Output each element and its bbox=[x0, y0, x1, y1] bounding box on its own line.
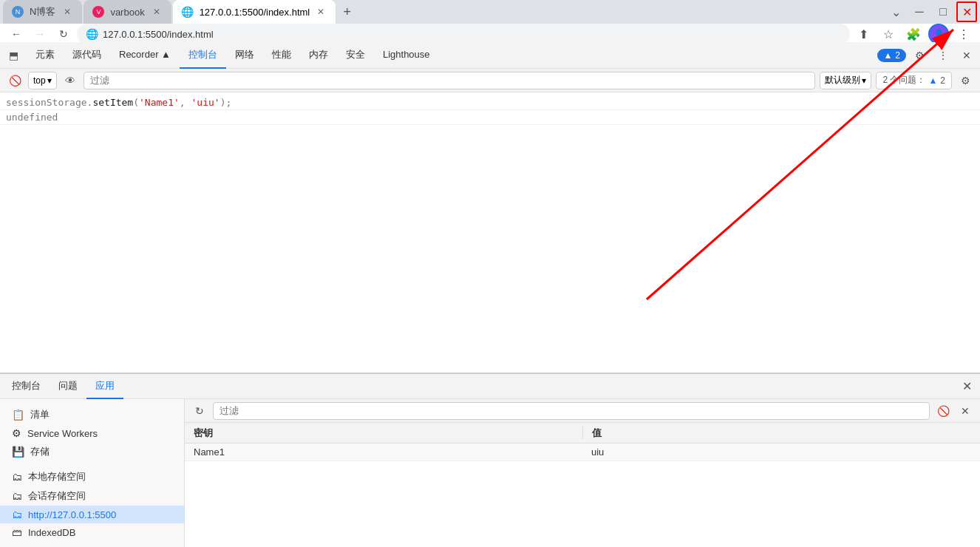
sidebar-item-storage[interactable]: 💾 存储 bbox=[0, 442, 184, 461]
service-workers-icon: ⚙ bbox=[12, 427, 21, 439]
console-undefined-line: undefined bbox=[0, 110, 980, 125]
level-dropdown-icon: ▾ bbox=[862, 75, 866, 86]
sidebar-item-manifest[interactable]: 📋 清单 bbox=[0, 405, 184, 424]
sidebar-storage-label: 存储 bbox=[30, 445, 50, 458]
app-delete-button[interactable]: ✕ bbox=[956, 402, 974, 420]
maximize-icon[interactable]: □ bbox=[933, 1, 953, 22]
td-value-0: uiu bbox=[582, 444, 980, 461]
app-sidebar: 📋 清单 ⚙ Service Workers 💾 存储 🗂 本地存储空间 bbox=[0, 399, 185, 547]
console-filter-input[interactable] bbox=[84, 72, 816, 89]
console-content: sessionStorage.setItem('Name1', 'uiu'); … bbox=[0, 92, 980, 373]
sidebar-item-session-storage[interactable]: 🗂 会话存储空间 bbox=[0, 486, 184, 506]
bottom-tab-issues[interactable]: 问题 bbox=[50, 374, 86, 399]
nav-bar-right: ⬆ ☆ 🧩 👤 ⋮ bbox=[853, 24, 974, 44]
console-settings-icon[interactable]: ⚙ bbox=[956, 72, 974, 89]
new-tab-button[interactable]: + bbox=[337, 1, 358, 22]
bottom-tab-console[interactable]: 控制台 bbox=[3, 374, 50, 399]
app-filter-input[interactable] bbox=[213, 402, 930, 420]
dropdown-icon[interactable]: ⌄ bbox=[885, 1, 906, 22]
bottom-tab-console-label: 控制台 bbox=[12, 379, 41, 393]
local-storage-icon: 🗂 bbox=[12, 471, 22, 483]
tab3-label: 127.0.0.1:5500/index.html bbox=[200, 7, 310, 18]
tab-performance[interactable]: 性能 bbox=[263, 42, 300, 69]
close-bottom-panel[interactable]: ✕ bbox=[956, 376, 977, 397]
devtools-toolbar-right: ▲ 2 ⚙ ⋮ ✕ bbox=[877, 45, 977, 66]
tab-network-label: 网络 bbox=[235, 48, 254, 61]
tab2-close[interactable]: ✕ bbox=[151, 6, 163, 18]
th-value-label: 值 bbox=[592, 427, 602, 438]
globe-icon: 🌐 bbox=[86, 28, 98, 40]
sidebar-local-label: 本地存储空间 bbox=[28, 470, 86, 483]
eye-button[interactable]: 👁 bbox=[61, 72, 79, 89]
bookmark-icon[interactable]: ☆ bbox=[878, 24, 899, 44]
level-selector[interactable]: 默认级别 ▾ bbox=[820, 72, 871, 89]
tab-sources[interactable]: 源代码 bbox=[64, 42, 110, 69]
tab-recorder[interactable]: Recorder ▲ bbox=[110, 42, 180, 69]
table-row[interactable]: Name1 uiu bbox=[185, 444, 980, 461]
console-undefined-text: undefined bbox=[6, 112, 58, 123]
tab-3[interactable]: 🌐 127.0.0.1:5500/index.html ✕ bbox=[173, 0, 336, 24]
sidebar-sw-label: Service Workers bbox=[27, 428, 98, 439]
devtools-toolbar: ⬒ 元素 源代码 Recorder ▲ 控制台 网络 性能 内存 bbox=[0, 42, 980, 69]
issues-number: 2 bbox=[940, 75, 945, 86]
app-filter-bar: ↻ 🚫 ✕ bbox=[185, 399, 980, 423]
app-refresh-button[interactable]: ↻ bbox=[191, 402, 208, 420]
sidebar-item-service-workers[interactable]: ⚙ Service Workers bbox=[0, 424, 184, 442]
sidebar-manifest-label: 清单 bbox=[30, 408, 50, 421]
bottom-tab-app[interactable]: 应用 bbox=[86, 374, 123, 399]
sidebar-item-indexeddb[interactable]: 🗃 IndexedDB bbox=[0, 523, 184, 541]
tab-performance-label: 性能 bbox=[272, 48, 291, 61]
top-selector[interactable]: top ▾ bbox=[28, 72, 57, 89]
more-devtools-icon[interactable]: ⋮ bbox=[933, 45, 953, 66]
console-issues-count[interactable]: 2 个问题： ▲ 2 bbox=[876, 72, 952, 89]
bottom-tab-app-label: 应用 bbox=[95, 379, 115, 393]
tab-2[interactable]: V varbook ✕ bbox=[84, 0, 171, 24]
tab1-close[interactable]: ✕ bbox=[61, 6, 73, 18]
app-table: 密钥 值 Name1 uiu bbox=[185, 423, 980, 547]
tab-bar-right: ⌄ ─ □ ✕ bbox=[885, 1, 977, 22]
clear-console-button[interactable]: 🚫 bbox=[6, 72, 24, 89]
app-panel: 📋 清单 ⚙ Service Workers 💾 存储 🗂 本地存储空间 bbox=[0, 399, 980, 547]
issues-text: 2 个问题： bbox=[882, 74, 925, 86]
minimize-icon[interactable]: ─ bbox=[909, 1, 930, 22]
dock-icon[interactable]: ⬒ bbox=[3, 45, 24, 66]
level-label: 默认级别 bbox=[825, 74, 860, 86]
tab-console-label: 控制台 bbox=[188, 48, 217, 61]
issues-icon: ▲ bbox=[928, 75, 937, 86]
tab-sources-label: 源代码 bbox=[72, 48, 101, 61]
tab3-close[interactable]: ✕ bbox=[316, 6, 326, 18]
share-icon[interactable]: ⬆ bbox=[853, 24, 874, 44]
sidebar-session-url-label: http://127.0.0.1:5500 bbox=[28, 509, 116, 520]
th-value: 值 bbox=[583, 427, 981, 440]
sidebar-item-local-storage[interactable]: 🗂 本地存储空间 bbox=[0, 467, 184, 486]
more-icon[interactable]: ⋮ bbox=[953, 24, 974, 44]
app-clear-filter-button[interactable]: 🚫 bbox=[934, 402, 952, 420]
indexeddb-icon: 🗃 bbox=[12, 526, 22, 538]
value-cell-0: uiu bbox=[591, 446, 604, 458]
tab-security[interactable]: 安全 bbox=[337, 42, 374, 69]
close-devtools-icon[interactable]: ✕ bbox=[956, 45, 977, 66]
tab1-label: N博客 bbox=[30, 5, 55, 18]
avatar[interactable]: 👤 bbox=[928, 24, 949, 44]
tab-console[interactable]: 控制台 bbox=[180, 42, 226, 69]
tab-elements[interactable]: 元素 bbox=[27, 42, 64, 69]
tab-elements-label: 元素 bbox=[35, 48, 55, 61]
storage-icon: 💾 bbox=[12, 446, 24, 458]
browser-chrome: N N博客 ✕ V varbook ✕ 🌐 127.0.0.1:5500/ind… bbox=[0, 0, 980, 41]
bottom-toolbar: 控制台 问题 应用 ✕ bbox=[0, 374, 980, 399]
devtools-tabs: ⬒ 元素 源代码 Recorder ▲ 控制台 网络 性能 内存 bbox=[3, 42, 439, 69]
session-url-icon: 🗂 bbox=[12, 509, 22, 520]
tab-lighthouse-label: Lighthouse bbox=[383, 49, 430, 60]
tab-network[interactable]: 网络 bbox=[226, 42, 263, 69]
extensions-icon[interactable]: 🧩 bbox=[903, 24, 924, 44]
sidebar-item-session-url[interactable]: 🗂 http://127.0.0.1:5500 bbox=[0, 506, 184, 523]
top-label: top bbox=[33, 75, 46, 86]
close-window-icon[interactable]: ✕ bbox=[956, 1, 977, 22]
tab-lighthouse[interactable]: Lighthouse bbox=[374, 42, 439, 69]
issues-badge[interactable]: ▲ 2 bbox=[877, 49, 906, 62]
issues-badge-count: 2 bbox=[895, 50, 900, 61]
tab-1[interactable]: N N博客 ✕ bbox=[3, 0, 82, 24]
settings-icon[interactable]: ⚙ bbox=[909, 45, 930, 66]
tab-memory[interactable]: 内存 bbox=[300, 42, 337, 69]
tab1-favicon: N bbox=[12, 6, 24, 18]
